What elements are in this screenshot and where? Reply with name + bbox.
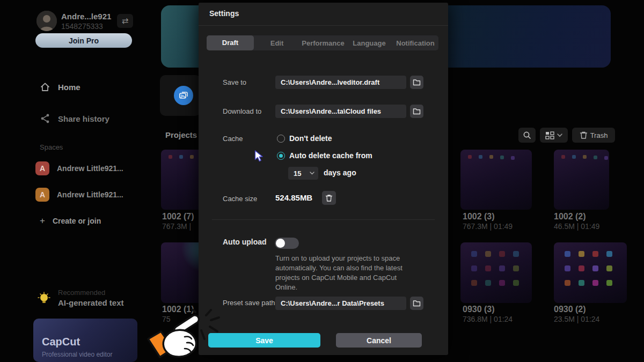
cache-size-value: 524.85MB	[275, 193, 312, 202]
project-name: 0930 (2)	[554, 305, 586, 314]
cancel-button[interactable]: Cancel	[336, 333, 422, 348]
chevron-down-icon	[310, 172, 314, 175]
dont-delete-label[interactable]: Don't delete	[289, 134, 332, 143]
search-button[interactable]	[518, 128, 536, 143]
download-to-label: Download to	[223, 107, 261, 115]
profile-id: 1548275333	[61, 22, 103, 31]
create-or-join-button[interactable]: + Create or join	[40, 216, 101, 226]
radio-dont-delete[interactable]	[277, 135, 285, 143]
create-or-join-label: Create or join	[53, 217, 101, 225]
sidebar-item-label: Home	[58, 83, 80, 92]
folder-icon	[413, 79, 421, 86]
project-meta: 767.3M |	[162, 222, 191, 231]
tab-performance[interactable]: Performance	[300, 39, 346, 47]
capcut-logo: CapCut	[42, 336, 80, 348]
cache-label: Cache	[223, 135, 243, 143]
preset-save-path-value: C:\Users\Andre...r Data\Presets	[275, 297, 406, 310]
project-name: 1002 (3)	[463, 212, 495, 221]
sidebar-space-item[interactable]: A Andrew Little921...	[35, 161, 123, 175]
chevron-down-icon	[557, 134, 562, 137]
project-name: 0930 (3)	[463, 305, 495, 314]
project-name: 1002 (7)	[162, 212, 194, 221]
project-thumbnail[interactable]	[460, 242, 532, 303]
view-mode-button[interactable]	[540, 128, 568, 143]
preset-save-path-label: Preset save path	[223, 299, 275, 307]
folder-icon	[413, 300, 421, 307]
media-icon	[174, 86, 193, 105]
projects-section-title: Projects	[165, 130, 197, 139]
trash-icon	[580, 131, 588, 139]
capcut-tagline: Professional video editor	[42, 351, 112, 358]
project-meta: 23.5M | 01:24	[554, 315, 599, 323]
browse-download-to-button[interactable]	[410, 105, 423, 118]
share-icon	[40, 113, 50, 124]
sidebar-item-home[interactable]: Home	[40, 82, 80, 92]
save-to-label: Save to	[223, 78, 246, 86]
spaces-section-label: Spaces	[40, 143, 63, 151]
trash-label: Trash	[590, 131, 608, 139]
project-meta: 46.5M | 01:49	[554, 222, 599, 231]
app-icons-decoration	[471, 251, 477, 257]
project-thumbnail[interactable]	[554, 242, 627, 303]
avatar[interactable]	[36, 11, 57, 31]
search-icon	[523, 131, 531, 139]
download-to-path-field[interactable]: C:\Users\Andre...ta\Cloud files	[275, 105, 406, 118]
mouse-cursor	[254, 150, 264, 165]
project-name: 1002 (2)	[554, 212, 586, 221]
app-icons-decoration	[561, 155, 565, 159]
save-to-path-value: C:\Users\Andre...lveditor.draft	[275, 76, 406, 89]
app-icons-decoration	[565, 251, 570, 257]
click-hand-illustration	[146, 309, 226, 362]
tab-edit[interactable]: Edit	[254, 39, 300, 47]
folder-icon	[413, 108, 421, 115]
browse-save-to-button[interactable]	[410, 76, 423, 89]
switch-account-button[interactable]: ⇄	[117, 14, 133, 28]
recommended-label: Recommended	[58, 289, 105, 297]
trash-button[interactable]: Trash	[572, 128, 615, 143]
preset-save-path-field[interactable]: C:\Users\Andre...r Data\Presets	[275, 297, 406, 310]
profile-name: Andre...le921	[61, 12, 111, 21]
toggle-knob	[276, 239, 285, 248]
home-icon	[40, 82, 50, 92]
ai-generated-text-link[interactable]: AI-generated text	[58, 298, 124, 307]
lightbulb-icon	[38, 292, 50, 308]
swap-icon: ⇄	[122, 16, 129, 26]
sidebar-space-item[interactable]: A Andrew Little921...	[35, 188, 123, 202]
radio-auto-delete[interactable]	[277, 152, 285, 160]
project-thumbnail[interactable]	[554, 150, 609, 210]
days-ago-label: days ago	[324, 168, 356, 177]
browse-preset-path-button[interactable]	[410, 297, 423, 310]
settings-dialog: Settings Draft Edit Performance Language…	[199, 3, 448, 355]
auto-delete-label[interactable]: Auto delete cache from	[289, 151, 372, 160]
app-icons-decoration	[468, 155, 472, 159]
project-meta: 736.8M | 01:24	[463, 315, 513, 323]
auto-upload-description: Turn on to upload your projects to space…	[275, 254, 414, 292]
space-avatar: A	[35, 188, 49, 202]
save-to-path-field[interactable]: C:\Users\Andre...lveditor.draft	[275, 76, 406, 89]
space-name: Andrew Little921...	[57, 190, 123, 199]
tab-language[interactable]: Language	[346, 39, 392, 47]
media-shortcut-card[interactable]	[160, 75, 201, 116]
divider	[199, 25, 448, 26]
cache-size-label: Cache size	[223, 195, 257, 203]
person-icon	[36, 11, 57, 31]
download-to-path-value: C:\Users\Andre...ta\Cloud files	[275, 105, 406, 118]
space-name: Andrew Little921...	[57, 164, 123, 173]
join-pro-button[interactable]: Join Pro	[35, 33, 132, 48]
tab-draft[interactable]: Draft	[207, 35, 254, 50]
space-avatar: A	[35, 161, 49, 175]
days-dropdown-value: 15	[294, 169, 301, 178]
pointing-hand-icon	[146, 309, 226, 362]
sidebar-item-share-history[interactable]: Share history	[40, 113, 109, 124]
sidebar-item-label: Share history	[58, 114, 109, 123]
trash-icon	[325, 194, 333, 202]
grid-view-icon	[545, 131, 554, 140]
project-meta: 767.3M | 01:49	[463, 222, 513, 231]
dialog-title: Settings	[209, 9, 239, 18]
auto-upload-toggle[interactable]	[275, 238, 299, 249]
divider	[212, 219, 435, 220]
clear-cache-button[interactable]	[322, 191, 336, 205]
project-thumbnail[interactable]	[460, 150, 532, 210]
tab-notification[interactable]: Notification	[392, 39, 438, 47]
days-dropdown[interactable]: 15	[288, 167, 318, 180]
